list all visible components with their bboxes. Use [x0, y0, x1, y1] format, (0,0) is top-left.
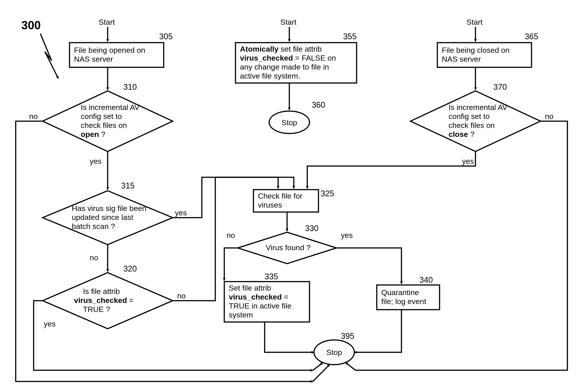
- start-label-1: Start: [99, 18, 115, 26]
- num-365: 365: [525, 32, 538, 41]
- node-365-l1: File being closed on: [442, 46, 510, 54]
- node-370-l1: Is incremental AV: [449, 103, 507, 112]
- edge-310no-into-395: [313, 364, 330, 382]
- edge-340-395: [354, 310, 401, 352]
- node-315-l1: Has virus sig file been: [72, 204, 146, 212]
- node-370-l3: check files on: [449, 121, 495, 130]
- num-395: 395: [341, 332, 354, 340]
- edge-310-yes-label: yes: [90, 157, 102, 165]
- node-355-l2: virus_checked = FALSE on: [240, 54, 336, 62]
- num-340: 340: [419, 275, 433, 284]
- node-335-l4: system: [229, 310, 253, 319]
- node-310-l1: Is incremental AV: [81, 103, 139, 112]
- num-330: 330: [305, 224, 318, 233]
- edge-370-no-label: no: [545, 112, 554, 120]
- edge-370-yes-label: yes: [462, 157, 474, 165]
- flowchart: 300 Start 305 File being opened on NAS s…: [0, 0, 584, 392]
- node-370-l4: close ?: [449, 130, 474, 138]
- edge-320-yes-label: yes: [44, 320, 56, 328]
- node-325-l2: viruses: [258, 200, 282, 209]
- node-325-l1: Check file for: [258, 192, 302, 200]
- node-320-l3: TRUE ?: [83, 305, 110, 314]
- node-355-l1: Atomically set file attrib: [240, 45, 322, 53]
- edge-330-335: [224, 248, 238, 280]
- start-label-2: Start: [280, 18, 296, 26]
- edge-315-no-label: no: [90, 253, 98, 262]
- node-335-l2: virus_checked =: [229, 292, 288, 301]
- node-365-l2: NAS server: [442, 55, 481, 63]
- node-305-l2: NAS server: [74, 55, 113, 63]
- node-330-l1: Virus found ?: [266, 243, 311, 252]
- num-370: 370: [493, 82, 507, 92]
- node-320-l1: Is file attrib: [83, 287, 120, 296]
- edge-320yes-into-395: [313, 362, 323, 370]
- node-335-l3: TRUE in active file: [229, 302, 292, 310]
- node-370-l2: config set to: [449, 112, 490, 120]
- node-395-label: Stop: [326, 348, 342, 356]
- node-340-l1: Quarantine: [381, 288, 419, 297]
- edge-330-340: [336, 248, 401, 284]
- node-310-l4: open ?: [81, 130, 105, 138]
- figure-number: 300: [21, 18, 41, 32]
- edge-370-no: [345, 121, 568, 370]
- node-310-l2: config set to: [81, 112, 122, 120]
- node-315-l3: batch scan ?: [72, 222, 115, 230]
- num-320: 320: [123, 264, 137, 273]
- edge-330-yes-label: yes: [341, 231, 353, 240]
- node-360-label: Stop: [281, 118, 297, 127]
- node-335-l1: Set file attrib: [229, 284, 271, 292]
- node-305-l1: File being opened on: [74, 46, 145, 54]
- num-315: 315: [121, 181, 134, 190]
- start-label-3: Start: [467, 18, 483, 26]
- node-320-l2: virus_checked =: [74, 296, 134, 304]
- num-305: 305: [159, 32, 173, 41]
- node-310-l3: check files on: [81, 121, 127, 130]
- num-355: 355: [343, 32, 357, 41]
- num-335: 335: [265, 272, 278, 281]
- edge-335-395: [265, 322, 314, 352]
- node-340-l2: file; log event: [381, 297, 426, 306]
- num-360: 360: [312, 100, 325, 110]
- node-355-l4: active file system.: [240, 72, 300, 80]
- figure-pointer: [40, 34, 58, 78]
- edge-310-no-label: no: [29, 112, 38, 120]
- num-325: 325: [321, 189, 334, 198]
- node-355-l3: any change made to file in: [240, 62, 329, 71]
- node-315-l2: updated since last: [72, 213, 133, 222]
- num-310: 310: [123, 82, 137, 92]
- edge-330-no-label: no: [226, 231, 235, 240]
- edge-370-325: [307, 152, 476, 188]
- edge-315-yes-label: yes: [175, 208, 187, 217]
- edge-320-no-label: no: [177, 292, 186, 300]
